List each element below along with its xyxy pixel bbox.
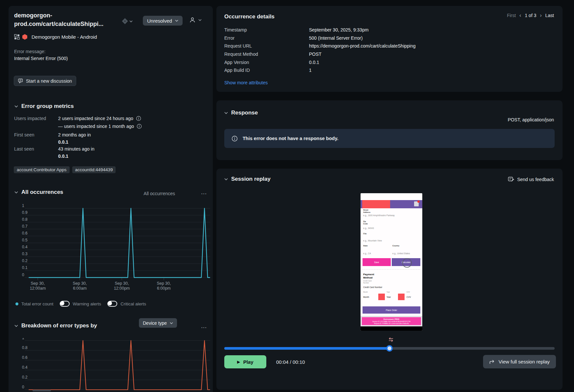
discussion-icon <box>18 78 23 83</box>
city-field-label: City <box>363 233 367 235</box>
send-feedback-button[interactable]: Send us feedback <box>508 176 554 182</box>
replay-place-order-button: Place Order <box>363 306 420 314</box>
metrics-section-header[interactable]: Error group metrics <box>14 103 74 110</box>
pagination-current: 1 of 3 <box>525 13 536 18</box>
cart-badge <box>417 200 420 203</box>
street-field-label: Street Address <box>363 209 372 214</box>
start-discussion-button[interactable]: Start a new discussion <box>14 76 76 86</box>
critical-alerts-toggle[interactable] <box>107 301 117 307</box>
svg-text:0: 0 <box>22 385 24 389</box>
breakdown-dimension-dropdown[interactable]: Device type <box>139 318 177 328</box>
horizontal-scrollbar[interactable] <box>33 390 51 391</box>
breakdown-dimension-label: Device type <box>143 320 167 326</box>
show-more-attributes-link[interactable]: Show more attributes <box>224 80 268 85</box>
country-field-label: Country <box>392 245 401 247</box>
pagination-prev-icon[interactable]: ‹ <box>519 13 521 18</box>
occurrences-chart[interactable]: 00.10.20.30.40.50.60.70.80.91Sep 30,12:0… <box>20 202 213 298</box>
last-seen-version: 0.0.1 <box>58 154 68 159</box>
occurrences-mode-label[interactable]: All occurrences <box>144 191 175 196</box>
svg-text:Sep 30,: Sep 30, <box>157 281 171 286</box>
status-dropdown[interactable]: Unresolved <box>143 16 183 26</box>
svg-text:Sep 30,: Sep 30, <box>31 281 45 286</box>
svg-text:0.3: 0.3 <box>22 252 28 256</box>
replay-phone-frame: Street Address e.g., 1600 Amphitheatre P… <box>361 193 422 331</box>
chevron-down-icon <box>175 20 178 22</box>
legend-warning-alerts: Warning alerts <box>73 301 101 306</box>
occurrences-more-menu[interactable]: ⋯ <box>201 192 207 196</box>
replay-app-header <box>361 200 422 208</box>
svg-text:0: 0 <box>22 273 24 277</box>
app-name: Demogorgon Mobile - Android <box>32 34 97 40</box>
svg-text:0.6: 0.6 <box>22 355 28 360</box>
pagination-last[interactable]: Last <box>545 13 554 18</box>
svg-text:0.9: 0.9 <box>22 210 28 215</box>
interaction-event-marker-icon[interactable] <box>388 337 394 342</box>
payment-method-title: Payment Method <box>363 273 378 279</box>
chevron-down-icon <box>14 325 18 327</box>
occurrences-section-header[interactable]: All occurrences <box>14 189 63 196</box>
play-button[interactable]: ▶ Play <box>224 355 266 368</box>
cvv-hint: CVV <box>407 291 409 293</box>
send-feedback-label: Send us feedback <box>517 177 554 182</box>
svg-text:0.2: 0.2 <box>22 375 28 380</box>
occurrence-pagination: First ‹ 1 of 3 › Last <box>507 13 554 18</box>
redirect-arrow-icon <box>489 360 495 364</box>
error-message-label: Error message: <box>14 49 46 54</box>
users-impacted-24h-text: 2 users impacted since 24 hours ago <box>58 116 133 121</box>
svg-text:0.4: 0.4 <box>22 365 28 370</box>
detail-label: App Version <box>224 60 309 65</box>
response-empty-banner: This error does not have a response body… <box>224 129 555 148</box>
response-title: Response <box>231 110 258 116</box>
breakdown-more-menu[interactable]: ⋯ <box>201 326 207 329</box>
detail-value: 1 <box>309 68 312 73</box>
legend-critical-alerts: Critical alerts <box>121 301 146 306</box>
svg-text:Sep 30,: Sep 30, <box>73 281 87 286</box>
card-number-hint: Credit Card Number <box>363 280 374 284</box>
replay-scrubber[interactable] <box>224 347 555 350</box>
assignee-selector[interactable] <box>189 17 202 23</box>
breakdown-chart[interactable]: 00.20.40.60.81 <box>20 338 213 392</box>
priority-selector[interactable] <box>123 19 133 23</box>
occurrence-details-panel: First ‹ 1 of 3 › Last Occurrence details… <box>216 6 563 92</box>
tag-account-id[interactable]: accountId:4494439 <box>72 166 116 173</box>
detail-value: POST <box>309 52 321 57</box>
view-full-replay-button[interactable]: View full session replay <box>483 355 556 368</box>
year-hint: Year <box>386 291 390 293</box>
start-discussion-label: Start a new discussion <box>26 78 72 84</box>
scrubber-thumb[interactable] <box>386 345 393 352</box>
detail-row-timestamp: Timestamp September 30, 2025, 9:33pm <box>224 26 416 34</box>
zip-field-placeholder: e.g., 94043 <box>363 227 374 229</box>
info-icon <box>232 135 238 142</box>
country-field-placeholder: e.g., United States <box>392 252 410 255</box>
info-icon[interactable] <box>137 124 142 129</box>
occurrences-section-title: All occurrences <box>21 189 63 196</box>
error-flow-icon <box>14 34 20 40</box>
pagination-first[interactable]: First <box>507 13 516 18</box>
month-hint: Month <box>363 291 368 293</box>
first-seen-version: 0.0.1 <box>58 139 68 145</box>
scrubber-progress <box>224 347 389 350</box>
state-field-label: State <box>363 245 369 247</box>
cart-icon <box>414 201 419 206</box>
pagination-next-icon[interactable]: › <box>540 13 541 18</box>
session-replay-section-header[interactable]: Session replay <box>224 176 271 182</box>
svg-text:0.8: 0.8 <box>22 345 28 350</box>
session-id-label: Session ID: 2C2799B8-79C3-41FB-8C9B-8A1B… <box>362 321 421 322</box>
tag-list: account:Contributor Apps accountId:44944… <box>14 166 116 173</box>
info-icon[interactable] <box>136 116 141 121</box>
response-content-type: POST, application/json <box>508 117 554 122</box>
warning-alerts-toggle[interactable] <box>60 301 70 307</box>
page-title: demogorgon-prod.com/cart/calculateShippi… <box>14 11 129 28</box>
android-app-icon <box>22 34 27 40</box>
breakdown-section-header[interactable]: Breakdown of error types by <box>14 322 97 329</box>
detail-label: Request URL <box>224 43 309 49</box>
response-section-header[interactable]: Response <box>224 110 258 116</box>
replay-save-button: Save <box>363 258 391 266</box>
zip-field-label: Zip Code <box>363 220 369 225</box>
chevron-down-icon <box>129 20 133 22</box>
error-group-panel: demogorgon-prod.com/cart/calculateShippi… <box>9 6 213 392</box>
svg-text:12:00pm: 12:00pm <box>114 286 130 291</box>
tag-account[interactable]: account:Contributor Apps <box>14 166 70 173</box>
occurrence-details-title: Occurrence details <box>224 13 275 20</box>
view-full-replay-label: View full session replay <box>498 359 550 364</box>
